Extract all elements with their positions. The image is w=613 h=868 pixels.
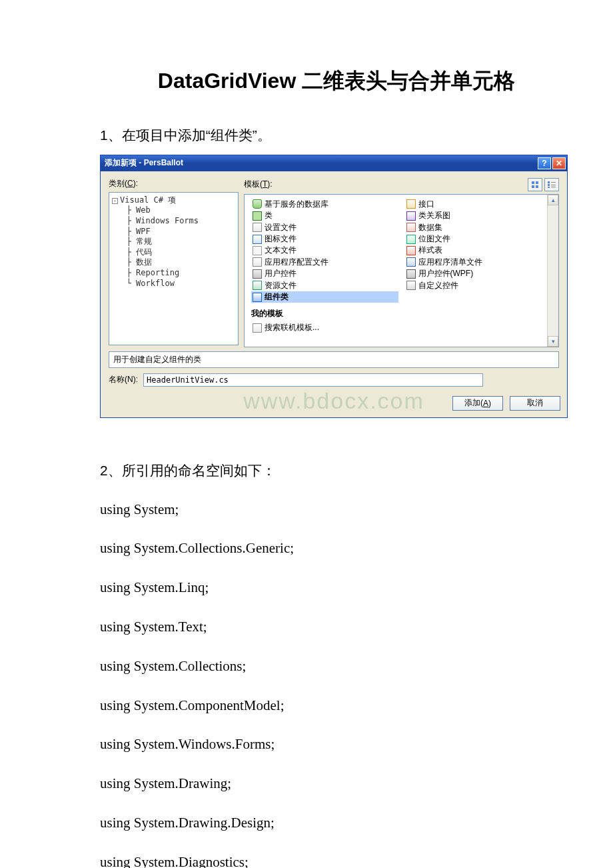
wpf-icon	[406, 269, 416, 279]
file-icon	[253, 257, 262, 267]
my-templates-heading: 我的模板	[245, 308, 558, 319]
category-label: 类别(C):	[109, 178, 239, 189]
search-icon	[253, 323, 262, 333]
iface-icon	[406, 199, 416, 209]
tree-child[interactable]: ├ 数据	[112, 257, 235, 268]
code-line: using System.Text;	[100, 615, 573, 640]
template-item[interactable]: 接口	[405, 199, 552, 210]
code-line: using System.Diagnostics;	[100, 850, 573, 868]
templates-scrollbar[interactable]: ▴ ▾	[547, 195, 558, 347]
code-line: using System.Collections;	[100, 654, 573, 679]
template-label: 应用程序配置文件	[265, 257, 328, 268]
ds-icon	[406, 223, 416, 232]
add-button[interactable]: 添加(A)	[452, 396, 503, 411]
template-item[interactable]: 位图文件	[405, 233, 552, 245]
templates-label: 模板(T):	[244, 179, 528, 190]
help-button[interactable]: ?	[538, 157, 551, 169]
article-title: DataGridView 二维表头与合并单元格	[100, 67, 573, 96]
dialog-titlebar: 添加新项 - PersBallot ? ✕	[101, 155, 567, 171]
step-1: 1、在项目中添加“组件类”。	[100, 123, 573, 148]
scroll-track[interactable]	[548, 205, 558, 336]
template-item[interactable]: 资源文件	[251, 280, 398, 291]
collapse-icon[interactable]: -	[112, 198, 118, 204]
man-icon	[406, 257, 416, 267]
tree-child[interactable]: ├ Web	[112, 205, 235, 216]
icon-icon	[253, 235, 262, 244]
template-label: 用户控件(WPF)	[418, 268, 474, 279]
template-label: 文本文件	[265, 245, 297, 256]
template-label: 应用程序清单文件	[418, 257, 482, 268]
template-item[interactable]: 图标文件	[251, 233, 398, 245]
bmp-icon	[406, 235, 416, 244]
scroll-down-button[interactable]: ▾	[548, 336, 558, 347]
template-label: 组件类	[265, 291, 289, 303]
template-label: 类	[265, 210, 273, 221]
name-label: 名称(N):	[109, 374, 138, 385]
sty-icon	[406, 246, 416, 255]
template-item[interactable]: 文本文件	[251, 245, 398, 256]
cancel-button[interactable]: 取消	[510, 396, 560, 411]
cust-icon	[406, 281, 416, 290]
close-button[interactable]: ✕	[552, 157, 566, 169]
scroll-up-button[interactable]: ▴	[548, 195, 558, 205]
dialog-title: 添加新项 - PersBallot	[105, 157, 538, 169]
template-label: 数据集	[418, 222, 442, 233]
template-label: 用户控件	[265, 268, 297, 279]
code-line: using System.Drawing;	[100, 771, 573, 797]
template-label: 资源文件	[265, 280, 297, 291]
view-list-button[interactable]	[544, 178, 559, 191]
code-line: using System.Linq;	[100, 575, 573, 601]
file-icon	[253, 223, 262, 232]
tree-child[interactable]: ├ Windows Forms	[112, 216, 235, 227]
template-label: 样式表	[418, 245, 442, 256]
add-new-item-dialog: 添加新项 - PersBallot ? ✕ 类别(C): -Visual C# …	[100, 155, 568, 418]
template-item[interactable]: 组件类	[251, 291, 398, 303]
name-input[interactable]	[143, 373, 483, 387]
template-description: 用于创建自定义组件的类	[109, 351, 559, 368]
db-icon	[253, 199, 262, 209]
txt-icon	[253, 246, 262, 255]
tree-child[interactable]: ├ 常规	[112, 237, 235, 247]
code-line: using System;	[100, 497, 573, 523]
template-label: 图标文件	[265, 233, 297, 245]
template-item[interactable]: 用户控件	[251, 268, 398, 279]
tree-child[interactable]: ├ Reporting	[112, 268, 235, 279]
res-icon	[253, 281, 262, 290]
template-item[interactable]: 类关系图	[405, 210, 552, 221]
code-line: using System.ComponentModel;	[100, 693, 573, 719]
cls-icon	[253, 211, 262, 221]
template-label: 设置文件	[265, 222, 297, 233]
code-line: using System.Drawing.Design;	[100, 811, 573, 836]
tree-root[interactable]: -Visual C# 项	[112, 195, 235, 206]
template-label: 类关系图	[418, 210, 450, 221]
templates-list[interactable]: 基于服务的数据库类设置文件图标文件文本文件应用程序配置文件用户控件资源文件组件类…	[244, 194, 559, 347]
tree-child[interactable]: ├ 代码	[112, 247, 235, 258]
code-line: using System.Collections.Generic;	[100, 536, 573, 561]
template-item[interactable]: 用户控件(WPF)	[405, 268, 552, 279]
search-online-templates[interactable]: 搜索联机模板...	[251, 322, 552, 333]
comp-icon	[253, 293, 262, 302]
template-item[interactable]: 自定义控件	[405, 280, 552, 291]
template-label: 基于服务的数据库	[265, 199, 328, 210]
template-item[interactable]: 应用程序配置文件	[251, 257, 398, 268]
code-line: using System.Windows.Forms;	[100, 732, 573, 757]
step-2: 2、所引用的命名空间如下：	[100, 458, 573, 483]
template-label: 接口	[418, 199, 434, 210]
template-label: 自定义控件	[418, 280, 458, 291]
diag-icon	[406, 211, 416, 221]
tree-child[interactable]: ├ WPF	[112, 227, 235, 237]
template-item[interactable]: 基于服务的数据库	[251, 199, 398, 210]
template-item[interactable]: 应用程序清单文件	[405, 257, 552, 268]
template-item[interactable]: 类	[251, 210, 398, 221]
template-item[interactable]: 样式表	[405, 245, 552, 256]
view-large-icons-button[interactable]	[528, 178, 542, 191]
template-item[interactable]: 设置文件	[251, 222, 398, 233]
tree-child[interactable]: └ Workflow	[112, 279, 235, 289]
template-item[interactable]: 数据集	[405, 222, 552, 233]
category-tree[interactable]: -Visual C# 项 ├ Web ├ Windows Forms ├ WPF…	[109, 192, 239, 345]
template-label: 位图文件	[418, 233, 450, 245]
ctrl-icon	[253, 269, 262, 279]
